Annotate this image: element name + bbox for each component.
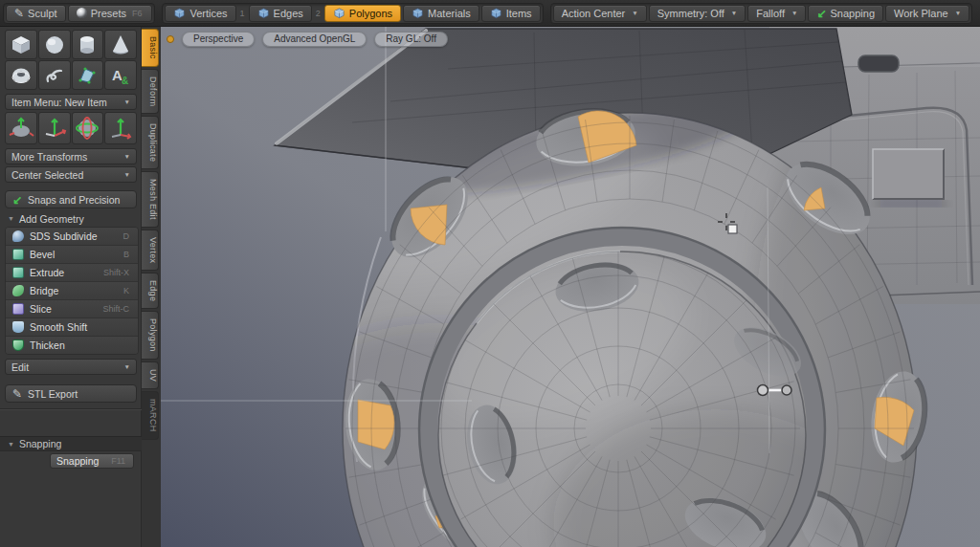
more-transforms-dropdown[interactable]: More Transforms ▼ [5,148,137,164]
cube-primitive-button[interactable] [5,30,37,59]
mesh-cube-icon [490,8,502,19]
snaps-precision-button[interactable]: ↙ Snaps and Precision [5,190,137,208]
chevron-down-icon: ▼ [124,153,130,160]
torus-primitive-button[interactable] [5,60,37,90]
raygl-button[interactable]: Ray GL: Off [374,32,448,47]
snap-arrow-icon: ↙ [816,9,826,18]
sculpt-button[interactable]: ✎ Sculpt [6,5,66,22]
transform-tool-row [5,112,137,144]
text-icon: A& [109,65,132,86]
viewport-menu-dot-icon[interactable] [167,35,174,43]
sphere-icon [43,34,66,55]
move-icon [40,115,69,142]
rotate-tool-button[interactable] [72,112,104,144]
sidebar-divider [0,408,142,409]
tab-edge[interactable]: Edge [142,273,159,309]
scale-icon [106,115,135,142]
tab-basic[interactable]: Basic [142,29,159,67]
chevron-down-icon: ▼ [791,10,797,16]
edit-dropdown[interactable]: Edit ▼ [5,359,137,375]
transform-icon [7,115,35,142]
tool-slice[interactable]: Slice Shift-C [6,300,138,318]
tab-mesh-edit[interactable]: Mesh Edit [142,171,159,228]
svg-text:&: & [122,76,128,86]
tab-uv[interactable]: UV [142,361,159,389]
cube-teal-icon [12,249,24,260]
torus-icon [10,65,33,86]
mode-materials-button[interactable]: Materials [403,5,479,22]
blade-purple-icon [12,303,24,315]
move-tool-button[interactable] [38,112,71,144]
collapse-triangle-icon: ▼ [8,215,14,222]
mode-edges-button[interactable]: Edges [249,5,312,22]
tool-smooth-shift[interactable]: Smooth Shift [6,318,138,337]
tab-duplicate[interactable]: Duplicate [142,116,159,169]
polygon-pen-button[interactable] [72,60,104,90]
symmetry-menu[interactable]: Symmetry: Off ▼ [649,5,746,22]
presets-button[interactable]: Presets F6 [68,5,153,22]
chevron-down-icon: ▼ [124,171,130,178]
viewport-header: Perspective Advanced OpenGL Ray GL: Off [167,32,448,47]
main-toolbar: ✎ Sculpt Presets F6 Vertices 1 Edges 2 [0,0,980,27]
snapping-enable-button[interactable]: Snapping F11 [50,453,134,469]
viewport-3d-scene[interactable] [161,27,980,547]
snapping-section-header[interactable]: ▼ Snapping [0,436,142,451]
mode-edges-shortcut: 2 [314,9,323,18]
tab-march[interactable]: mARCH [142,391,159,440]
layers-blue-icon [12,321,24,333]
item-menu-dropdown[interactable]: Item Menu: New Item ▼ [5,94,137,110]
cylinder-icon [76,34,99,55]
chevron-down-icon: ▼ [124,363,130,370]
chevron-down-icon: ▼ [124,98,130,105]
snapping-toggle[interactable]: ↙ Snapping [808,5,883,22]
transform-tool-button[interactable] [5,112,37,144]
mesh-cube-icon [333,8,345,19]
cube-teal-icon [12,267,24,278]
action-center-menu[interactable]: Action Center ▼ [553,5,647,22]
collapse-triangle-icon: ▼ [8,441,14,448]
tool-bridge[interactable]: Bridge K [6,282,138,300]
sphere-blue-icon [12,230,24,242]
tool-sds-subdivide[interactable]: SDS Subdivide D [6,228,138,246]
sidebar-tabstrip: Basic Deform Duplicate Mesh Edit Vertex … [142,27,161,547]
snap-arrow-icon: ↙ [12,195,22,205]
modo-app-window: ✎ Sculpt Presets F6 Vertices 1 Edges 2 [0,0,980,547]
pencil-icon: ✎ [12,387,22,401]
rotate-icon [73,115,101,142]
falloff-menu[interactable]: Falloff ▼ [747,5,806,22]
brush-icon: ✎ [14,7,24,20]
mode-items-button[interactable]: Items [481,5,541,22]
panel-slot-detail [858,55,899,72]
viewport-3d[interactable]: Perspective Advanced OpenGL Ray GL: Off [161,27,980,547]
chevron-down-icon: ▼ [955,10,961,16]
cone-icon [109,34,132,55]
tool-bevel[interactable]: Bevel B [6,246,138,264]
work-plane-menu[interactable]: Work Plane ▼ [885,5,969,22]
tool-sidebar: A& Item Menu: New Item ▼ More Transforms… [0,27,142,547]
tab-vertex[interactable]: Vertex [142,230,159,271]
scale-tool-button[interactable] [104,112,137,144]
add-geometry-header[interactable]: ▼ Add Geometry [0,211,142,226]
renderer-button[interactable]: Advanced OpenGL [262,32,367,47]
tool-extrude[interactable]: Extrude Shift-X [6,264,138,282]
mesh-cube-icon [173,8,186,19]
mode-polygons-button[interactable]: Polygons [324,5,401,22]
mode-vertices-button[interactable]: Vertices [165,5,235,22]
tab-polygon[interactable]: Polygon [142,311,159,360]
tab-deform[interactable]: Deform [142,69,159,114]
center-selected-dropdown[interactable]: Center Selected ▼ [5,166,137,183]
chevron-down-icon: ▼ [731,10,737,16]
text-tool-button[interactable]: A& [104,60,137,90]
sphere-primitive-button[interactable] [38,30,71,59]
cube-icon [10,34,33,55]
cylinder-primitive-button[interactable] [72,30,104,59]
mode-vertices-shortcut: 1 [238,9,247,18]
snapping-row: Snapping F11 [0,453,142,470]
sculpt-presets-group: ✎ Sculpt Presets F6 [3,3,155,24]
selection-mode-group: Vertices 1 Edges 2 Polygons Materials It… [162,3,543,24]
stl-export-button[interactable]: ✎ STL Export [5,384,137,403]
view-type-button[interactable]: Perspective [182,32,255,47]
tool-thicken[interactable]: Thicken [6,337,138,354]
helix-primitive-button[interactable] [38,60,71,90]
cone-primitive-button[interactable] [104,30,137,59]
